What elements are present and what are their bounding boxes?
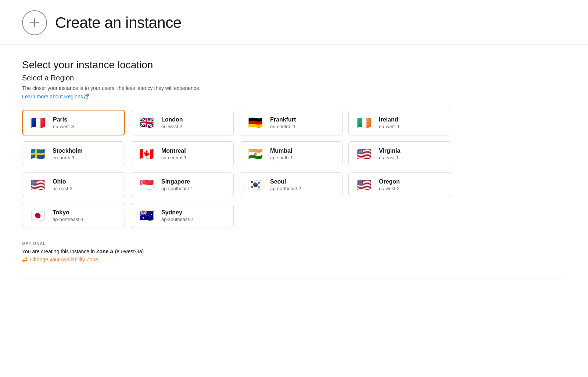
region-card-singapore[interactable]: 🇸🇬Singaporeap-southeast-1 [131,172,234,197]
change-zone-label: Change your Availability Zone [30,257,98,262]
region-code-london: eu-west-2 [161,124,183,129]
region-name-seoul: Seoul [270,178,301,185]
region-code-ohio: us-east-2 [53,186,72,191]
region-card-montreal[interactable]: 🇨🇦Montrealca-central-1 [131,141,234,166]
optional-section: OPTIONAL You are creating this instance … [22,241,566,264]
region-info-oregon: Oregonus-west-2 [379,178,400,191]
learn-more-label: Learn more about Regions [22,94,83,99]
region-name-stockholm: Stockholm [53,148,83,154]
region-info-stockholm: Stockholmeu-north-1 [53,148,83,160]
region-code-stockholm: eu-north-1 [53,155,83,160]
region-info-sydney: Sydneyap-southeast-2 [161,209,193,222]
edit-icon [22,257,28,262]
region-info-montreal: Montrealca-central-1 [161,148,187,160]
region-card-ireland[interactable]: 🇮🇪Irelandeu-west-1 [348,110,451,135]
region-code-virginia: us-east-1 [379,155,400,160]
region-name-singapore: Singapore [161,178,193,185]
change-zone-link[interactable]: Change your Availability Zone [22,257,98,262]
flag-seoul: 🇰🇷 [246,178,265,192]
region-card-ohio[interactable]: 🇺🇸Ohious-east-2 [22,172,125,197]
region-name-ireland: Ireland [379,116,400,123]
subsection-title: Select a Region [22,74,566,82]
region-code-mumbai: ap-south-1 [270,155,293,160]
zone-code: (eu-west-3a) [115,249,144,254]
region-code-paris: eu-west-3 [53,124,74,129]
region-code-sydney: ap-southeast-2 [161,217,193,222]
region-name-frankfurt: Frankfurt [270,116,296,123]
region-name-sydney: Sydney [161,209,193,216]
optional-label: OPTIONAL [22,241,566,246]
region-code-singapore: ap-southeast-1 [161,186,193,191]
availability-info: You are creating this instance in Zone A… [22,249,566,254]
region-info-ireland: Irelandeu-west-1 [379,116,400,129]
flag-virginia: 🇺🇸 [355,147,374,161]
region-info-singapore: Singaporeap-southeast-1 [161,178,193,191]
region-name-paris: Paris [53,116,74,123]
region-card-stockholm[interactable]: 🇸🇪Stockholmeu-north-1 [22,141,125,166]
region-card-london[interactable]: 🇬🇧Londoneu-west-2 [131,110,234,135]
flag-stockholm: 🇸🇪 [28,147,47,161]
flag-oregon: 🇺🇸 [355,178,374,192]
flag-singapore: 🇸🇬 [137,178,156,192]
flag-sydney: 🇦🇺 [137,209,156,222]
region-card-seoul[interactable]: 🇰🇷Seoulap-northeast-2 [240,172,343,197]
flag-frankfurt: 🇩🇪 [246,116,265,130]
region-info-mumbai: Mumbaiap-south-1 [270,148,293,160]
regions-grid: 🇫🇷Pariseu-west-3🇬🇧Londoneu-west-2🇩🇪Frank… [22,110,566,228]
bottom-divider [22,279,566,279]
main-content: Select your instance location Select a R… [0,44,588,294]
region-card-mumbai[interactable]: 🇮🇳Mumbaiap-south-1 [240,141,343,166]
section-title: Select your instance location [22,59,566,71]
region-code-oregon: us-west-2 [379,186,400,191]
zone-bold: Zone A [96,249,114,254]
external-link-icon [85,94,89,99]
region-card-frankfurt[interactable]: 🇩🇪Frankfurteu-central-1 [240,110,343,135]
region-code-tokyo: ap-northeast-1 [53,217,84,222]
region-name-tokyo: Tokyo [53,209,84,216]
region-card-virginia[interactable]: 🇺🇸Virginiaus-east-1 [348,141,451,166]
flag-paris: 🇫🇷 [29,116,48,130]
page-title: Create an instance [55,14,182,32]
region-description: The closer your instance is to your user… [22,85,566,91]
region-name-montreal: Montreal [161,148,187,154]
region-info-frankfurt: Frankfurteu-central-1 [270,116,296,129]
region-card-sydney[interactable]: 🇦🇺Sydneyap-southeast-2 [131,203,234,228]
region-info-virginia: Virginiaus-east-1 [379,148,400,160]
flag-london: 🇬🇧 [137,116,156,130]
region-card-paris[interactable]: 🇫🇷Pariseu-west-3 [22,110,125,135]
region-name-ohio: Ohio [53,178,72,185]
flag-mumbai: 🇮🇳 [246,147,265,161]
region-name-oregon: Oregon [379,178,400,185]
region-code-frankfurt: eu-central-1 [270,124,296,129]
region-card-tokyo[interactable]: 🇯🇵Tokyoap-northeast-1 [22,203,125,228]
region-name-virginia: Virginia [379,148,400,154]
region-info-tokyo: Tokyoap-northeast-1 [53,209,84,222]
learn-more-link[interactable]: Learn more about Regions [22,94,89,99]
page-header: Create an instance [0,0,588,44]
create-instance-icon [22,10,47,35]
region-info-paris: Pariseu-west-3 [53,116,74,129]
flag-montreal: 🇨🇦 [137,147,156,161]
region-code-montreal: ca-central-1 [161,155,187,160]
region-info-ohio: Ohious-east-2 [53,178,72,191]
region-code-ireland: eu-west-1 [379,124,400,129]
region-code-seoul: ap-northeast-2 [270,186,301,191]
region-name-london: London [161,116,183,123]
region-info-seoul: Seoulap-northeast-2 [270,178,301,191]
flag-tokyo: 🇯🇵 [28,209,47,222]
flag-ireland: 🇮🇪 [355,116,374,130]
region-name-mumbai: Mumbai [270,148,293,154]
availability-text-prefix: You are creating this instance in [22,249,96,254]
region-info-london: Londoneu-west-2 [161,116,183,129]
region-card-oregon[interactable]: 🇺🇸Oregonus-west-2 [348,172,451,197]
flag-ohio: 🇺🇸 [28,178,47,192]
